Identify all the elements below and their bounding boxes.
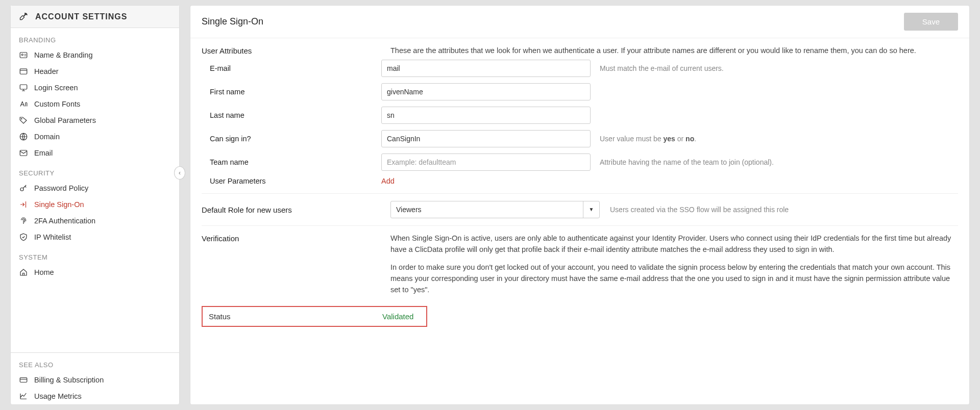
nav-label: Name & Branding <box>34 51 92 59</box>
firstname-label: First name <box>202 88 372 96</box>
sidebar-header: ACCOUNT SETTINGS <box>11 6 179 28</box>
svg-point-7 <box>20 188 23 191</box>
svg-rect-8 <box>20 378 27 382</box>
id-card-icon <box>19 50 28 60</box>
sidebar: ACCOUNT SETTINGS BRANDING Name & Brandin… <box>10 5 180 405</box>
firstname-input[interactable] <box>381 83 591 100</box>
nav-label: Password Policy <box>34 184 88 192</box>
sidebar-item-header[interactable]: Header <box>11 63 179 80</box>
default-role-hint: Users created via the SSO flow will be a… <box>610 206 958 214</box>
tag-icon <box>19 116 28 125</box>
default-role-value: Viewers <box>391 201 583 218</box>
sidebar-item-sso[interactable]: Single Sign-On <box>11 196 179 213</box>
section-security: SECURITY <box>11 161 179 180</box>
sidebar-item-billing[interactable]: Billing & Subscription <box>11 372 179 388</box>
nav-label: Domain <box>34 133 60 141</box>
collapse-handle[interactable]: ‹ <box>174 166 185 180</box>
nav-label: Email <box>34 149 53 157</box>
default-role-select[interactable]: Viewers ▼ <box>390 201 600 218</box>
row-verification: Verification When Single Sign-On is acti… <box>202 226 958 303</box>
svg-point-1 <box>21 54 23 56</box>
status-value: Validated <box>382 312 413 321</box>
user-attributes-label: User Attributes <box>202 45 380 55</box>
main-body[interactable]: User Attributes These are the attributes… <box>190 38 969 404</box>
nav-label: Global Parameters <box>34 116 96 124</box>
nav-label: Header <box>34 67 59 75</box>
row-user-attributes: User Attributes These are the attributes… <box>202 38 958 57</box>
nav-label: Usage Metrics <box>34 392 82 400</box>
nav-label: Home <box>34 268 54 276</box>
default-role-label: Default Role for new users <box>202 204 380 214</box>
section-system: SYSTEM <box>11 245 179 264</box>
verification-p2: In order to make sure you don't get lock… <box>390 262 958 295</box>
envelope-icon <box>19 148 28 158</box>
wrench-icon <box>19 11 29 22</box>
globe-icon <box>19 132 28 141</box>
nav-label: Single Sign-On <box>34 200 84 209</box>
row-email: E-mail Must match the e-mail of current … <box>202 57 958 80</box>
nav-label: Billing & Subscription <box>34 376 104 384</box>
section-seealso: SEE ALSO <box>11 353 179 372</box>
font-icon <box>19 99 28 109</box>
login-arrow-icon <box>19 200 28 209</box>
row-status: Status Validated <box>202 306 427 327</box>
nav-label: Custom Fonts <box>34 100 80 108</box>
home-icon <box>19 268 28 277</box>
sidebar-item-domain[interactable]: Domain <box>11 129 179 145</box>
email-input[interactable] <box>381 60 591 77</box>
row-default-role: Default Role for new users Viewers ▼ Use… <box>202 194 958 226</box>
main-header: Single Sign-On Save <box>190 6 969 38</box>
sidebar-item-name-branding[interactable]: Name & Branding <box>11 47 179 63</box>
teamname-label: Team name <box>202 158 372 166</box>
row-teamname: Team name Attribute having the name of t… <box>202 150 958 174</box>
chevron-left-icon: ‹ <box>179 169 181 176</box>
monitor-icon <box>19 83 28 92</box>
sidebar-item-global-parameters[interactable]: Global Parameters <box>11 112 179 129</box>
row-lastname: Last name <box>202 104 958 127</box>
row-cansignin: Can sign in? User value must be yes or n… <box>202 127 958 150</box>
key-icon <box>19 184 28 193</box>
svg-point-4 <box>21 118 22 119</box>
sidebar-item-ip-whitelist[interactable]: IP Whitelist <box>11 229 179 245</box>
cansignin-input[interactable] <box>381 130 591 147</box>
cansignin-hint: User value must be yes or no. <box>600 135 696 143</box>
nav-label: Login Screen <box>34 84 78 92</box>
main-panel: Single Sign-On Save User Attributes Thes… <box>190 5 970 405</box>
svg-rect-3 <box>20 85 27 89</box>
save-button[interactable]: Save <box>904 13 958 31</box>
shield-icon <box>19 233 28 242</box>
row-firstname: First name <box>202 80 958 104</box>
status-label: Status <box>209 312 382 321</box>
section-branding: BRANDING <box>11 28 179 47</box>
svg-rect-6 <box>20 150 27 156</box>
lastname-input[interactable] <box>381 107 591 124</box>
header-icon <box>19 67 28 76</box>
add-user-param-link[interactable]: Add <box>381 177 395 185</box>
sidebar-item-usage-metrics[interactable]: Usage Metrics <box>11 388 179 404</box>
teamname-hint: Attribute having the name of the team to… <box>600 158 774 166</box>
row-userparams: User Parameters Add <box>202 174 958 188</box>
chart-icon <box>19 392 28 401</box>
sidebar-item-2fa[interactable]: 2FA Authentication <box>11 213 179 229</box>
verification-label: Verification <box>202 233 380 243</box>
cansignin-label: Can sign in? <box>202 135 372 143</box>
chevron-down-icon: ▼ <box>583 201 599 218</box>
nav-label: 2FA Authentication <box>34 217 95 225</box>
verification-text: When Single Sign-On is active, users are… <box>390 233 958 296</box>
svg-rect-0 <box>20 53 27 58</box>
verification-p1: When Single Sign-On is active, users are… <box>390 233 958 255</box>
lastname-label: Last name <box>202 111 372 119</box>
sidebar-title: ACCOUNT SETTINGS <box>35 12 127 21</box>
teamname-input[interactable] <box>381 153 591 171</box>
sidebar-scroll[interactable]: BRANDING Name & Branding Header Login Sc… <box>11 28 179 352</box>
credit-card-icon <box>19 375 28 385</box>
userparams-label: User Parameters <box>202 177 372 185</box>
email-label: E-mail <box>202 64 372 72</box>
sidebar-item-email[interactable]: Email <box>11 145 179 161</box>
sidebar-item-home[interactable]: Home <box>11 264 179 280</box>
sidebar-item-login-screen[interactable]: Login Screen <box>11 80 179 96</box>
svg-rect-2 <box>20 69 27 74</box>
fingerprint-icon <box>19 216 28 225</box>
sidebar-item-custom-fonts[interactable]: Custom Fonts <box>11 96 179 112</box>
sidebar-item-password-policy[interactable]: Password Policy <box>11 180 179 196</box>
